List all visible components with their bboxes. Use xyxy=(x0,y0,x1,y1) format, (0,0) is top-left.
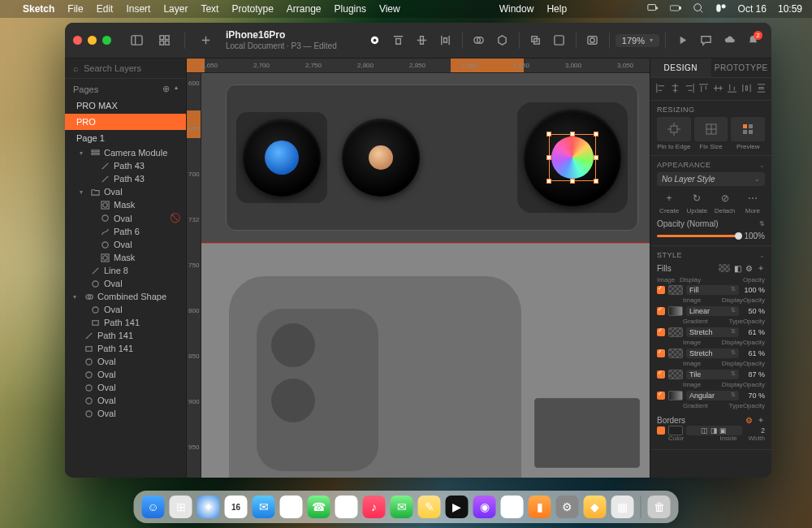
menu-plugins[interactable]: Plugins xyxy=(335,3,366,15)
pin-to-edge-control[interactable] xyxy=(657,117,691,141)
fill-enabled-checkbox[interactable] xyxy=(657,370,665,379)
fill-type-select[interactable]: Tile⇅ xyxy=(686,370,739,379)
fill-swatch[interactable] xyxy=(668,348,683,358)
dock-safari[interactable]: ✦ xyxy=(197,496,220,518)
layer-item[interactable]: Oval xyxy=(65,277,186,290)
align-bottom-icon[interactable] xyxy=(727,83,737,95)
layer-item[interactable]: Path 6 xyxy=(65,225,186,238)
document-title[interactable]: iPhone16Pro Local Document · P3 — Edited xyxy=(226,30,337,50)
dock-news[interactable]: N xyxy=(501,496,524,518)
lens-3-selected[interactable] xyxy=(524,109,621,206)
page-item-promax[interactable]: PRO MAX xyxy=(65,97,186,114)
menubar-time[interactable]: 10:59 xyxy=(778,3,802,15)
fix-size-control[interactable] xyxy=(694,117,728,141)
search-icon[interactable] xyxy=(693,2,704,16)
align-vcenter-icon[interactable] xyxy=(713,83,723,95)
fill-opacity[interactable]: 70 % xyxy=(742,392,765,400)
lens-2[interactable] xyxy=(342,119,420,197)
layer-item[interactable]: Path 141 xyxy=(65,316,186,329)
dock-app1[interactable]: ▦ xyxy=(611,496,634,518)
page-item-pro[interactable]: PRO xyxy=(65,114,186,130)
dock-reminders[interactable]: ☑ xyxy=(335,496,358,518)
fill-blend-icon[interactable]: ◧ xyxy=(734,264,741,273)
menu-window[interactable]: Window xyxy=(499,3,534,15)
fill-swatch[interactable] xyxy=(668,327,683,337)
menubar-app[interactable]: Sketch xyxy=(23,3,54,15)
fill-type-select[interactable]: Fill⇅ xyxy=(686,285,739,295)
fill-opacity[interactable]: 87 % xyxy=(742,370,765,379)
fill-type-select[interactable]: Linear⇅ xyxy=(686,306,739,316)
style-create-button[interactable]: +Create xyxy=(657,191,681,214)
layer-item[interactable]: Oval xyxy=(65,238,186,251)
menu-view[interactable]: View xyxy=(379,3,400,15)
style-detach-button[interactable]: ⊘Detach xyxy=(713,191,737,214)
dock-notes[interactable]: ✎ xyxy=(418,496,441,518)
fill-enabled-checkbox[interactable] xyxy=(657,286,665,294)
dock-books[interactable]: ▮ xyxy=(529,496,551,518)
dock-settings[interactable]: ⚙ xyxy=(556,496,579,518)
align-hcenter-icon[interactable] xyxy=(670,83,680,95)
lens-1[interactable] xyxy=(243,119,321,197)
grid-icon[interactable] xyxy=(153,30,175,51)
menu-edit[interactable]: Edit xyxy=(97,3,114,15)
collapse-icon[interactable]: ⌄ xyxy=(759,252,766,259)
layer-item[interactable]: Mask xyxy=(65,251,186,264)
align-top-icon[interactable] xyxy=(388,30,409,51)
menu-help[interactable]: Help xyxy=(546,3,567,15)
control-center-icon[interactable] xyxy=(715,2,727,16)
dock-photos[interactable]: ✿ xyxy=(280,496,303,518)
fill-type-select[interactable]: Stretch⇅ xyxy=(686,327,739,337)
fill-enabled-checkbox[interactable] xyxy=(657,392,665,400)
dock-podcasts[interactable]: ◉ xyxy=(473,496,496,518)
layer-item[interactable]: Oval xyxy=(65,355,186,368)
symbol-icon[interactable] xyxy=(492,30,513,51)
dock-trash[interactable]: 🗑 xyxy=(648,496,671,518)
layer-item[interactable]: Oval xyxy=(65,407,186,420)
minimize-button[interactable] xyxy=(88,36,97,45)
dock-messages[interactable]: ✉ xyxy=(391,496,413,518)
screen-mirror-icon[interactable] xyxy=(647,2,659,16)
layer-item[interactable]: ▾Camera Module xyxy=(65,146,186,159)
visibility-icon[interactable]: 🚫 xyxy=(170,213,181,223)
distribute-icon[interactable] xyxy=(435,30,456,51)
fill-preset-icon[interactable] xyxy=(719,264,730,272)
fill-type-select[interactable]: Angular⇅ xyxy=(686,391,739,400)
tab-design[interactable]: DESIGN xyxy=(650,58,711,77)
page-item-page1[interactable]: Page 1 xyxy=(65,130,186,146)
fill-swatch[interactable] xyxy=(668,370,683,379)
collapse-pages-icon[interactable]: ▴ xyxy=(175,84,178,94)
layer-item[interactable]: Path 141 xyxy=(65,342,186,355)
fill-opacity[interactable]: 61 % xyxy=(742,349,765,357)
preview-control[interactable] xyxy=(731,117,765,141)
style-more-button[interactable]: ⋯More xyxy=(741,191,765,214)
forward-icon[interactable] xyxy=(525,30,546,51)
dock-mail[interactable]: ✉ xyxy=(253,496,275,518)
canvas[interactable] xyxy=(201,73,650,478)
mask-tool-icon[interactable] xyxy=(582,30,603,51)
tab-prototype[interactable]: PROTOTYPE xyxy=(711,58,772,77)
dock-calendar[interactable]: 16 xyxy=(225,496,248,518)
layer-item[interactable]: Path 141 xyxy=(65,329,186,342)
layer-style-select[interactable]: No Layer Style⌄ xyxy=(657,172,765,186)
border-enabled[interactable] xyxy=(657,426,665,435)
play-icon[interactable] xyxy=(672,30,693,51)
menu-prototype[interactable]: Prototype xyxy=(231,3,273,15)
dock-facetime[interactable]: ☎ xyxy=(308,496,330,518)
zoom-select[interactable]: 179% xyxy=(615,34,659,47)
layer-item[interactable]: ▾Combined Shape xyxy=(65,290,186,303)
fill-type-select[interactable]: Stretch⇅ xyxy=(686,348,739,358)
menu-arrange[interactable]: Arrange xyxy=(287,3,322,15)
style-update-button[interactable]: ↻Update xyxy=(685,191,709,214)
dock-launchpad[interactable]: ⊞ xyxy=(170,496,192,518)
collapse-icon[interactable]: ⌄ xyxy=(759,162,766,169)
menu-insert[interactable]: Insert xyxy=(126,3,150,15)
pencil-tool-icon[interactable] xyxy=(365,30,386,51)
layer-item[interactable]: Oval xyxy=(65,368,186,381)
fill-swatch[interactable] xyxy=(668,391,683,400)
fill-enabled-checkbox[interactable] xyxy=(657,328,665,336)
align-right-icon[interactable] xyxy=(685,83,695,95)
dock-finder[interactable]: ☺ xyxy=(142,496,165,518)
align-top-icon[interactable] xyxy=(698,83,709,95)
distribute-h-icon[interactable] xyxy=(741,83,752,95)
cloud-icon[interactable] xyxy=(719,30,740,51)
